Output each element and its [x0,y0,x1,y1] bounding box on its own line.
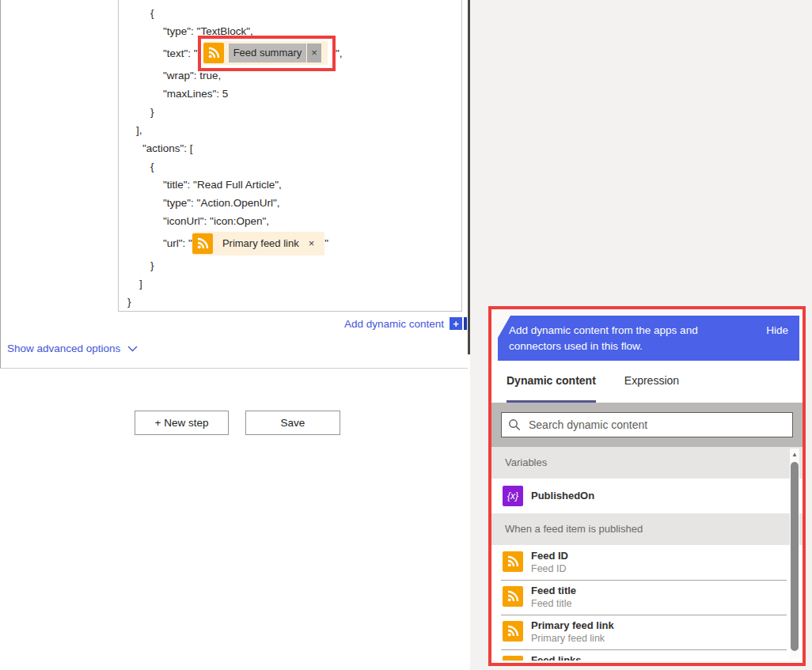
search-input[interactable] [529,418,786,431]
scrollbar-thumb[interactable] [791,462,799,651]
token-label: Feed summary [229,44,307,62]
add-dynamic-content-icon[interactable]: + [450,317,467,330]
action-card: {"type": "TextBlock","text": "Feed summa… [0,0,468,369]
code-line: "url": "Primary feed link×" [119,230,461,256]
rss-icon [503,621,523,642]
plus-icon: + [450,317,462,330]
search-band [491,403,803,447]
panel-tabs: Dynamic contentExpression [491,361,803,403]
rss-icon [503,586,523,607]
save-button[interactable]: Save [245,411,340,435]
code-line: ] [119,274,461,293]
item-title: PublishedOn [531,479,787,513]
list-item-feed-id[interactable]: Feed IDFeed ID [491,545,803,580]
token-label: Primary feed link [218,234,304,253]
rss-icon [503,551,523,572]
code-line: "maxLines": 5 [119,85,461,103]
dynamic-token-primary-feed-link[interactable]: Primary feed link× [192,232,324,256]
item-subtitle: Feed title [531,597,787,610]
hide-button[interactable]: Hide [766,323,788,339]
add-dynamic-content-link[interactable]: Add dynamic content [344,318,444,330]
item-title: Feed title [531,585,787,597]
show-advanced-options[interactable]: Show advanced options [7,343,138,354]
panel-header-text: Add dynamic content from the apps and co… [509,324,698,352]
dynamic-content-panel: Add dynamic content from the apps and co… [491,309,803,663]
variable-icon: {x} [503,486,523,506]
search-icon [508,418,521,431]
search-box[interactable] [501,412,793,437]
new-step-button[interactable]: + New step [135,411,229,435]
rss-icon [192,233,213,254]
item-subtitle: Feed ID [531,562,787,575]
flow-designer: {"type": "TextBlock","text": "Feed summa… [0,0,812,670]
panel-bar-icon [464,317,467,330]
code-line: "actions": [ [119,139,461,157]
tab-expression[interactable]: Expression [624,374,679,403]
json-editor[interactable]: {"type": "TextBlock","text": "Feed summa… [118,0,462,312]
scroll-up-icon[interactable]: ▲ [790,450,799,460]
dynamic-content-list: Variables{x}PublishedOnWhen a feed item … [491,447,803,661]
code-line: { [119,157,461,176]
tab-dynamic-content[interactable]: Dynamic content [507,374,596,403]
pane-divider [468,0,470,354]
code-line: ], [119,121,461,139]
code-line: "type": "Action.OpenUrl", [119,194,461,212]
dynamic-content-list-area: Variables{x}PublishedOnWhen a feed item … [491,447,803,661]
item-title: Feed links [531,654,787,661]
close-icon[interactable]: × [307,44,321,62]
code-line: } [119,293,461,311]
list-item-feed-title[interactable]: Feed titleFeed title [491,580,803,615]
list-item-feed-links[interactable]: Feed links [491,649,803,661]
dynamic-token-feed-summary[interactable]: Feed summary× [203,41,328,65]
panel-header: Add dynamic content from the apps and co… [498,316,799,361]
item-title: Feed ID [531,550,787,562]
code-line: "text": "Feed summary×", [119,40,461,66]
section-header: When a feed item is published [491,513,803,545]
list-item-primary-feed-link[interactable]: Primary feed linkPrimary feed link [491,615,803,649]
annotation-box-panel: Add dynamic content from the apps and co… [488,306,806,666]
scrollbar[interactable]: ▲ [790,449,799,659]
list-item-publishedon[interactable]: {x}PublishedOn [491,479,803,513]
code-line: { [119,4,461,22]
code-line: } [119,256,461,274]
code-line: } [119,103,461,121]
rss-icon [203,43,224,63]
chevron-down-icon [127,346,138,352]
section-header: Variables [491,447,803,479]
show-advanced-options-label: Show advanced options [7,343,120,354]
rss-icon [503,656,523,661]
item-subtitle: Primary feed link [531,632,787,645]
close-icon[interactable]: × [305,234,319,253]
item-title: Primary feed link [531,619,787,632]
code-line: "iconUrl": "icon:Open", [119,212,461,230]
code-line: "title": "Read Full Article", [119,176,461,194]
